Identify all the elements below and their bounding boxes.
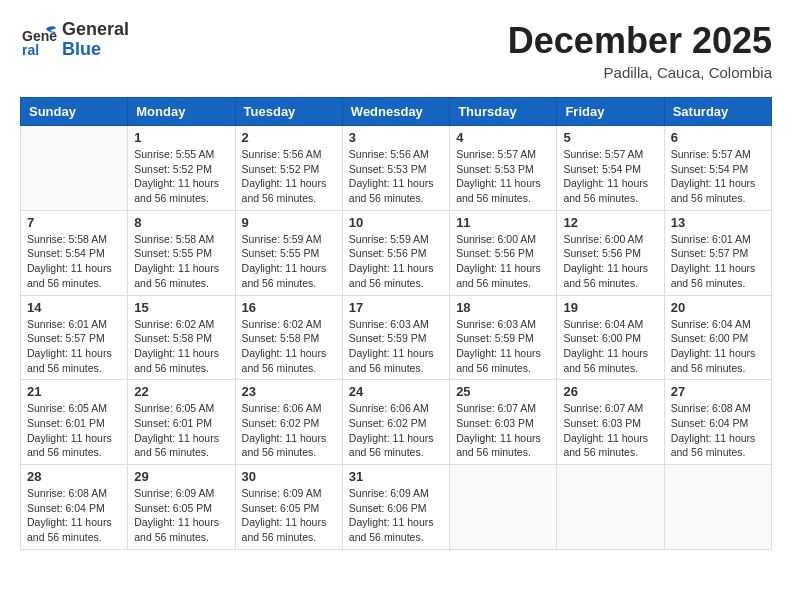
day-number: 2 (242, 130, 336, 145)
calendar-cell: 17Sunrise: 6:03 AM Sunset: 5:59 PM Dayli… (342, 295, 449, 380)
day-number: 19 (563, 300, 657, 315)
day-number: 27 (671, 384, 765, 399)
calendar-table: SundayMondayTuesdayWednesdayThursdayFrid… (20, 97, 772, 550)
day-number: 3 (349, 130, 443, 145)
calendar-cell: 20Sunrise: 6:04 AM Sunset: 6:00 PM Dayli… (664, 295, 771, 380)
week-row-2: 14Sunrise: 6:01 AM Sunset: 5:57 PM Dayli… (21, 295, 772, 380)
header-row: SundayMondayTuesdayWednesdayThursdayFrid… (21, 98, 772, 126)
day-info: Sunrise: 6:01 AM Sunset: 5:57 PM Dayligh… (27, 317, 121, 376)
day-number: 25 (456, 384, 550, 399)
calendar-cell: 4Sunrise: 5:57 AM Sunset: 5:53 PM Daylig… (450, 126, 557, 211)
day-info: Sunrise: 6:04 AM Sunset: 6:00 PM Dayligh… (563, 317, 657, 376)
calendar-cell: 28Sunrise: 6:08 AM Sunset: 6:04 PM Dayli… (21, 465, 128, 550)
header-cell-sunday: Sunday (21, 98, 128, 126)
calendar-cell (450, 465, 557, 550)
calendar-cell: 21Sunrise: 6:05 AM Sunset: 6:01 PM Dayli… (21, 380, 128, 465)
day-number: 12 (563, 215, 657, 230)
calendar-cell: 6Sunrise: 5:57 AM Sunset: 5:54 PM Daylig… (664, 126, 771, 211)
day-number: 21 (27, 384, 121, 399)
day-info: Sunrise: 6:02 AM Sunset: 5:58 PM Dayligh… (242, 317, 336, 376)
day-info: Sunrise: 6:09 AM Sunset: 6:06 PM Dayligh… (349, 486, 443, 545)
calendar-cell: 3Sunrise: 5:56 AM Sunset: 5:53 PM Daylig… (342, 126, 449, 211)
day-number: 9 (242, 215, 336, 230)
day-info: Sunrise: 5:57 AM Sunset: 5:54 PM Dayligh… (671, 147, 765, 206)
calendar-cell: 5Sunrise: 5:57 AM Sunset: 5:54 PM Daylig… (557, 126, 664, 211)
day-info: Sunrise: 6:05 AM Sunset: 6:01 PM Dayligh… (134, 401, 228, 460)
day-number: 16 (242, 300, 336, 315)
day-info: Sunrise: 5:59 AM Sunset: 5:56 PM Dayligh… (349, 232, 443, 291)
month-year-title: December 2025 (508, 20, 772, 62)
calendar-cell: 26Sunrise: 6:07 AM Sunset: 6:03 PM Dayli… (557, 380, 664, 465)
logo-label: General Blue (62, 20, 129, 60)
day-info: Sunrise: 6:09 AM Sunset: 6:05 PM Dayligh… (242, 486, 336, 545)
calendar-cell: 23Sunrise: 6:06 AM Sunset: 6:02 PM Dayli… (235, 380, 342, 465)
calendar-cell (664, 465, 771, 550)
day-info: Sunrise: 5:58 AM Sunset: 5:55 PM Dayligh… (134, 232, 228, 291)
day-info: Sunrise: 6:09 AM Sunset: 6:05 PM Dayligh… (134, 486, 228, 545)
header-cell-friday: Friday (557, 98, 664, 126)
day-number: 17 (349, 300, 443, 315)
calendar-cell: 10Sunrise: 5:59 AM Sunset: 5:56 PM Dayli… (342, 210, 449, 295)
calendar-cell: 16Sunrise: 6:02 AM Sunset: 5:58 PM Dayli… (235, 295, 342, 380)
day-info: Sunrise: 6:02 AM Sunset: 5:58 PM Dayligh… (134, 317, 228, 376)
calendar-cell: 2Sunrise: 5:56 AM Sunset: 5:52 PM Daylig… (235, 126, 342, 211)
calendar-cell: 29Sunrise: 6:09 AM Sunset: 6:05 PM Dayli… (128, 465, 235, 550)
calendar-cell (557, 465, 664, 550)
header-cell-monday: Monday (128, 98, 235, 126)
logo-icon: Gene ral (20, 21, 58, 59)
location-subtitle: Padilla, Cauca, Colombia (508, 64, 772, 81)
day-number: 15 (134, 300, 228, 315)
day-info: Sunrise: 6:04 AM Sunset: 6:00 PM Dayligh… (671, 317, 765, 376)
day-number: 13 (671, 215, 765, 230)
calendar-cell: 30Sunrise: 6:09 AM Sunset: 6:05 PM Dayli… (235, 465, 342, 550)
day-number: 4 (456, 130, 550, 145)
calendar-body: 1Sunrise: 5:55 AM Sunset: 5:52 PM Daylig… (21, 126, 772, 550)
day-number: 29 (134, 469, 228, 484)
logo-blue-text: Blue (62, 40, 129, 60)
day-number: 20 (671, 300, 765, 315)
day-number: 5 (563, 130, 657, 145)
week-row-0: 1Sunrise: 5:55 AM Sunset: 5:52 PM Daylig… (21, 126, 772, 211)
day-number: 28 (27, 469, 121, 484)
day-number: 11 (456, 215, 550, 230)
day-info: Sunrise: 6:06 AM Sunset: 6:02 PM Dayligh… (242, 401, 336, 460)
day-number: 10 (349, 215, 443, 230)
day-info: Sunrise: 6:07 AM Sunset: 6:03 PM Dayligh… (456, 401, 550, 460)
logo-general-text: General (62, 20, 129, 40)
calendar-cell: 18Sunrise: 6:03 AM Sunset: 5:59 PM Dayli… (450, 295, 557, 380)
day-info: Sunrise: 5:58 AM Sunset: 5:54 PM Dayligh… (27, 232, 121, 291)
calendar-cell: 7Sunrise: 5:58 AM Sunset: 5:54 PM Daylig… (21, 210, 128, 295)
calendar-cell (21, 126, 128, 211)
day-info: Sunrise: 6:03 AM Sunset: 5:59 PM Dayligh… (456, 317, 550, 376)
day-info: Sunrise: 5:57 AM Sunset: 5:53 PM Dayligh… (456, 147, 550, 206)
day-number: 1 (134, 130, 228, 145)
day-number: 22 (134, 384, 228, 399)
calendar-cell: 13Sunrise: 6:01 AM Sunset: 5:57 PM Dayli… (664, 210, 771, 295)
week-row-3: 21Sunrise: 6:05 AM Sunset: 6:01 PM Dayli… (21, 380, 772, 465)
title-block: December 2025 Padilla, Cauca, Colombia (508, 20, 772, 81)
day-number: 26 (563, 384, 657, 399)
day-info: Sunrise: 5:55 AM Sunset: 5:52 PM Dayligh… (134, 147, 228, 206)
day-info: Sunrise: 5:56 AM Sunset: 5:52 PM Dayligh… (242, 147, 336, 206)
day-number: 23 (242, 384, 336, 399)
day-info: Sunrise: 6:08 AM Sunset: 6:04 PM Dayligh… (671, 401, 765, 460)
day-info: Sunrise: 6:00 AM Sunset: 5:56 PM Dayligh… (563, 232, 657, 291)
calendar-cell: 15Sunrise: 6:02 AM Sunset: 5:58 PM Dayli… (128, 295, 235, 380)
calendar-cell: 24Sunrise: 6:06 AM Sunset: 6:02 PM Dayli… (342, 380, 449, 465)
calendar-cell: 1Sunrise: 5:55 AM Sunset: 5:52 PM Daylig… (128, 126, 235, 211)
day-number: 14 (27, 300, 121, 315)
day-info: Sunrise: 6:07 AM Sunset: 6:03 PM Dayligh… (563, 401, 657, 460)
day-number: 8 (134, 215, 228, 230)
header-cell-wednesday: Wednesday (342, 98, 449, 126)
calendar-cell: 8Sunrise: 5:58 AM Sunset: 5:55 PM Daylig… (128, 210, 235, 295)
calendar-cell: 19Sunrise: 6:04 AM Sunset: 6:00 PM Dayli… (557, 295, 664, 380)
calendar-cell: 11Sunrise: 6:00 AM Sunset: 5:56 PM Dayli… (450, 210, 557, 295)
calendar-cell: 31Sunrise: 6:09 AM Sunset: 6:06 PM Dayli… (342, 465, 449, 550)
week-row-1: 7Sunrise: 5:58 AM Sunset: 5:54 PM Daylig… (21, 210, 772, 295)
calendar-cell: 14Sunrise: 6:01 AM Sunset: 5:57 PM Dayli… (21, 295, 128, 380)
day-number: 24 (349, 384, 443, 399)
day-number: 6 (671, 130, 765, 145)
day-info: Sunrise: 5:56 AM Sunset: 5:53 PM Dayligh… (349, 147, 443, 206)
calendar-cell: 27Sunrise: 6:08 AM Sunset: 6:04 PM Dayli… (664, 380, 771, 465)
calendar-header: SundayMondayTuesdayWednesdayThursdayFrid… (21, 98, 772, 126)
